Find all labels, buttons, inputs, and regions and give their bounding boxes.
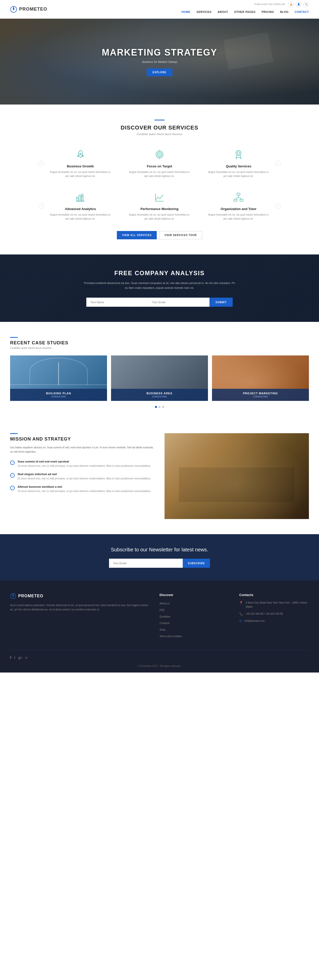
- services-next-2[interactable]: ›: [275, 203, 281, 209]
- services-next-1[interactable]: ›: [275, 161, 281, 166]
- service-title-6: Organization and Tutor: [207, 207, 271, 211]
- nav-other-pages[interactable]: OTHER PAGES: [234, 10, 256, 13]
- newsletter-subscribe-button[interactable]: SUBSCRIBE: [183, 558, 210, 568]
- footer-link-terms[interactable]: Terms and condition: [160, 635, 182, 638]
- service-title-1: Business Growth: [48, 164, 112, 168]
- footer-contacts-col: Contacts 📍 4 West 31st Street New York, …: [239, 593, 309, 640]
- svg-line-21: [235, 197, 238, 199]
- user-icon[interactable]: 👤: [296, 2, 302, 7]
- svg-point-1: [13, 7, 14, 8]
- service-title-4: Advanced Analytics: [48, 207, 112, 211]
- lock-icon[interactable]: 🔒: [288, 2, 294, 7]
- footer-link-faq[interactable]: FAQ: [160, 609, 165, 611]
- analysis-submit-button[interactable]: SUBMIT: [209, 298, 233, 307]
- main-nav: HOME SERVICES ABOUT OTHER PAGES PRICING …: [182, 10, 309, 13]
- case-card-3[interactable]: PROJECT MARKETING CONSULTING: [212, 355, 309, 401]
- medal-icon: [232, 148, 245, 161]
- service-item-3: Quality Services Augue honestatis vis no…: [204, 146, 273, 181]
- service-item-5: Performance Monitoring Augue honestatis …: [125, 188, 194, 223]
- analysis-email-input[interactable]: [148, 298, 209, 307]
- newsletter-section: Subscribe to our Newsletter for latest n…: [0, 534, 319, 581]
- social-twitter[interactable]: t: [14, 655, 15, 660]
- case-dot-3[interactable]: [162, 406, 164, 408]
- svg-point-5: [159, 153, 160, 156]
- case-card-2[interactable]: BUSINESS AREA CONSULTING: [111, 355, 208, 401]
- mission-item-2: ✓ Illud singuis indoctum ad sed Et unum …: [10, 473, 154, 480]
- check-icon-2: ✓: [10, 473, 14, 477]
- service-title-2: Focus on Target: [127, 164, 191, 168]
- social-gplus[interactable]: g+: [18, 655, 22, 660]
- newsletter-email-input[interactable]: [109, 558, 183, 568]
- service-item-4: Advanced Analytics Augue honestatis vis …: [46, 188, 115, 223]
- footer-desc: Id pri consul aeterno petentium. Vivendo…: [10, 603, 149, 612]
- view-services-tour-button[interactable]: VIEW SERVICES TOUR: [159, 231, 202, 239]
- mission-label: [10, 433, 17, 434]
- mission-item-desc-1: Ut unum diceret eos, mei cu vidit princi…: [17, 464, 151, 468]
- case-card-1-category: CONSULTING: [14, 395, 103, 398]
- purchase-label: PURCHASE THIS TEMPLATE: [254, 3, 285, 6]
- analysis-title: FREE COMPANY ANALYSIS: [10, 270, 309, 277]
- analysis-name-input[interactable]: [86, 298, 148, 307]
- footer-link-quotation[interactable]: Quotation: [160, 615, 170, 618]
- mission-item-title-1: Suas summo id sed erat erant oproteat: [17, 460, 151, 463]
- service-desc-5: Augue honestatis vis no, ius quot mazim …: [127, 213, 191, 221]
- nav-blog[interactable]: BLOG: [280, 10, 289, 13]
- mission-item-desc-3: Ut unum diceret eos, mei cu vidit princi…: [17, 489, 151, 493]
- svg-rect-13: [81, 194, 83, 201]
- nav-pricing[interactable]: PRICING: [262, 10, 274, 13]
- case-title: RECENT CASE STUDIES: [10, 340, 309, 345]
- check-icon-3: ✓: [10, 486, 14, 490]
- view-all-services-button[interactable]: VIEW ALL SERVICES: [117, 231, 157, 239]
- services-prev-1[interactable]: ‹: [38, 161, 44, 166]
- search-icon[interactable]: 🔍: [303, 2, 309, 7]
- hero-explore-button[interactable]: EXPLORE: [147, 68, 173, 76]
- nav-about[interactable]: ABOUT: [217, 10, 228, 13]
- svg-point-2: [80, 153, 81, 155]
- service-item-2: Focus on Target Augue honestatis vis no,…: [125, 146, 194, 181]
- svg-rect-17: [237, 193, 240, 195]
- footer-discover-title: Discover: [160, 593, 229, 597]
- svg-point-9: [237, 152, 240, 154]
- social-vimeo[interactable]: v: [25, 655, 27, 660]
- service-desc-3: Augue honestatis vis no, ius quot mazim …: [207, 170, 271, 178]
- social-links: f t g+ v: [10, 655, 27, 660]
- services-subtitle: Curabitur quam elsum lacus elsumus: [10, 132, 309, 135]
- hero-title: MARKETING STRATEGY: [102, 47, 217, 58]
- nav-home[interactable]: HOME: [182, 10, 190, 13]
- mission-image: [165, 433, 309, 519]
- case-card-1[interactable]: BUILDING PLAN CONSULTING: [10, 355, 107, 401]
- footer-phone: 📞 +45 423 445 99 / +45 423 445 99: [239, 612, 309, 616]
- nav-contact[interactable]: CONTACT: [295, 10, 309, 13]
- footer-email-text: info@domain.com: [244, 619, 265, 623]
- footer-contacts-title: Contacts: [239, 593, 309, 597]
- nav-services[interactable]: SERVICES: [197, 10, 211, 13]
- hero-subtitle: Solutions for Modern Startup: [102, 60, 217, 64]
- mission-item-title-2: Illud singuis indoctum ad sed: [17, 473, 151, 476]
- case-card-2-category: CONSULTING: [115, 395, 204, 398]
- footer-discover-col: Discover About us FAQ Quotation Contacts…: [160, 593, 229, 640]
- footer-address: 📍 4 West 31st Street New York, New York …: [239, 601, 309, 609]
- services-title: DISCOVER OUR SERVICES: [10, 124, 309, 131]
- case-card-1-title: BUILDING PLAN: [14, 392, 103, 395]
- case-dot-2[interactable]: [159, 406, 160, 408]
- svg-point-8: [236, 150, 241, 156]
- services-prev-2[interactable]: ‹: [38, 203, 44, 209]
- footer-logo-icon: [10, 593, 16, 599]
- rocket-icon: [74, 148, 87, 161]
- email-icon: ✉: [239, 619, 242, 623]
- case-dot-1[interactable]: [155, 406, 157, 408]
- footer-link-contacts[interactable]: Contacts: [160, 622, 169, 625]
- mission-section: MISSION AND STRATEGY Usu habeo equidem s…: [0, 418, 319, 534]
- service-item-1: Business Growth Augue honestatis vis no,…: [46, 146, 115, 181]
- hero-section: MARKETING STRATEGY Solutions for Modern …: [0, 19, 319, 105]
- svg-rect-10: [76, 197, 78, 201]
- social-facebook[interactable]: f: [10, 655, 11, 660]
- case-section-label: [10, 337, 17, 338]
- footer-link-about[interactable]: About us: [160, 602, 169, 605]
- mission-item-3: ✓ Alterum bonorum mentitum a mel Ut unum…: [10, 485, 154, 493]
- mission-item-title-3: Alterum bonorum mentitum a mel: [17, 485, 151, 488]
- mission-title: MISSION AND STRATEGY: [10, 436, 154, 442]
- footer-link-shop[interactable]: Shop: [160, 628, 165, 631]
- svg-rect-11: [79, 195, 81, 201]
- services-section: DISCOVER OUR SERVICES Curabitur quam els…: [0, 105, 319, 255]
